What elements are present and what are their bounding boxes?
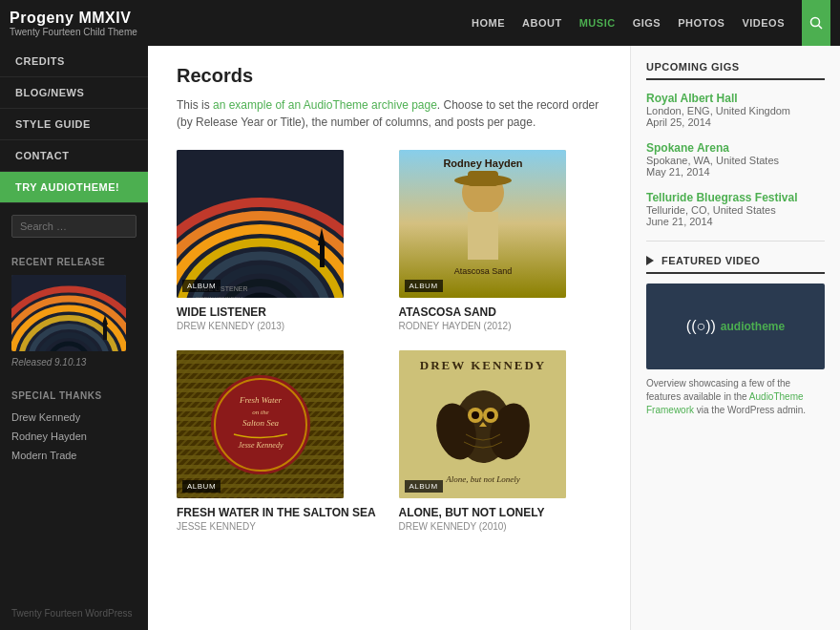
sidebar-menu: CREDITS BLOG/NEWS STYLE GUIDE CONTACT TR…	[0, 46, 148, 203]
svg-rect-34	[177, 350, 344, 354]
gig-item-telluride: Telluride Bluegrass Festival Telluride, …	[646, 191, 825, 227]
audiotheme-video-label: audiotheme	[721, 320, 785, 333]
gig-date-telluride: June 21, 2014	[646, 216, 825, 227]
record-title-fresh-water: FRESH WATER IN THE SALTON SEA	[177, 506, 380, 519]
svg-rect-36	[177, 369, 344, 373]
svg-text:DREW KENNEDY: DREW KENNEDY	[419, 358, 545, 372]
play-icon	[646, 256, 654, 265]
record-item-alone[interactable]: DREW KENNEDY	[399, 350, 602, 532]
sidebar-item-credits[interactable]: CREDITS	[0, 46, 148, 77]
album-badge-alone: ALBUM	[405, 480, 443, 493]
featured-video-label: FEATURED VIDEO	[662, 255, 760, 266]
svg-text:DREW KENNEDY: DREW KENNEDY	[196, 296, 242, 298]
alone-art: DREW KENNEDY	[399, 350, 566, 498]
recent-release-section: RECENT RELEASE	[0, 245, 148, 379]
body-area: CREDITS BLOG/NEWS STYLE GUIDE CONTACT TR…	[0, 46, 840, 630]
audiotheme-link[interactable]: an example of an AudioTheme archive page	[213, 98, 437, 112]
page-description: This is an example of an AudioTheme arch…	[177, 96, 601, 131]
search-input[interactable]	[11, 215, 136, 238]
record-artist-alone: DREW KENNEDY (2010)	[399, 521, 602, 532]
wide-listener-art: WIDE LISTENER DREW KENNEDY	[177, 150, 344, 298]
svg-rect-28	[468, 171, 498, 186]
thanks-link-modern[interactable]: Modern Trade	[11, 450, 76, 461]
record-item-wide-listener[interactable]: WIDE LISTENER DREW KENNEDY ALBUM WIDE LI…	[177, 150, 380, 331]
svg-rect-47	[177, 474, 344, 478]
svg-point-64	[472, 411, 479, 419]
svg-text:on the: on the	[252, 409, 268, 416]
svg-point-0	[811, 18, 820, 27]
right-sidebar: UPCOMING GIGS Royal Albert Hall London, …	[630, 46, 840, 630]
record-cover-alone: DREW KENNEDY	[399, 350, 566, 498]
sidebar-item-try-audiotheme[interactable]: TRY AUDIOTHEME!	[0, 172, 148, 203]
video-logo: ((○)) audiotheme	[686, 318, 785, 335]
recent-album-cover[interactable]: ALBUM	[11, 275, 126, 351]
thanks-link-drew[interactable]: Drew Kennedy	[11, 411, 80, 423]
record-cover-fresh-water: Fresh Water on the Salton Sea Jesse Kenn…	[177, 350, 344, 498]
record-cover-wide-listener: WIDE LISTENER DREW KENNEDY ALBUM	[177, 150, 344, 298]
record-artist-atascosa: RODNEY HAYDEN (2012)	[399, 321, 602, 331]
record-title-wide-listener: WIDE LISTENER	[177, 305, 380, 319]
sidebar-link-contact[interactable]: CONTACT	[0, 140, 148, 172]
gig-link-spokane[interactable]: Spokane Arena	[646, 141, 825, 155]
gig-date-royal-albert: April 25, 2014	[646, 116, 825, 128]
nav-music[interactable]: MUSIC	[579, 17, 616, 29]
top-nav: Progeny MMXIV Twenty Fourteen Child Them…	[0, 0, 840, 46]
record-item-fresh-water[interactable]: Fresh Water on the Salton Sea Jesse Kenn…	[177, 350, 380, 532]
site-title: Progeny MMXIV	[10, 10, 137, 27]
svg-rect-29	[468, 212, 498, 260]
audio-wave-icon: ((○))	[686, 318, 716, 335]
special-thanks-section: SPECIAL THANKS Drew Kennedy Rodney Hayde…	[0, 379, 148, 476]
album-badge-wide-listener: ALBUM	[182, 280, 220, 292]
sidebar-link-try-audiotheme[interactable]: TRY AUDIOTHEME!	[0, 172, 148, 203]
featured-video-title: FEATURED VIDEO	[646, 255, 825, 274]
thanks-link-item[interactable]: Rodney Hayden	[11, 428, 136, 447]
thanks-links-list: Drew Kennedy Rodney Hayden Modern Trade	[11, 409, 136, 465]
site-tagline: Twenty Fourteen Child Theme	[10, 27, 137, 37]
svg-text:Alone, but not Lonely: Alone, but not Lonely	[445, 474, 520, 484]
sidebar-link-credits[interactable]: CREDITS	[0, 46, 148, 77]
special-thanks-title: SPECIAL THANKS	[11, 390, 136, 401]
album-badge-atascosa: ALBUM	[405, 280, 443, 292]
gig-item-royal-albert: Royal Albert Hall London, ENG, United Ki…	[646, 92, 825, 128]
gigs-widget-title: UPCOMING GIGS	[646, 61, 825, 80]
svg-text:Fresh Water: Fresh Water	[239, 395, 283, 405]
nav-home[interactable]: HOME	[472, 17, 505, 29]
sidebar-item-styleguide[interactable]: STYLE GUIDE	[0, 109, 148, 140]
recent-release-title: RECENT RELEASE	[11, 257, 136, 267]
thanks-link-item[interactable]: Modern Trade	[11, 447, 136, 466]
site-title-wrap: Progeny MMXIV Twenty Fourteen Child Them…	[10, 10, 137, 37]
gig-link-telluride[interactable]: Telluride Bluegrass Festival	[646, 191, 825, 204]
record-artist-fresh-water: JESSE KENNEDY	[177, 521, 380, 532]
fresh-water-art: Fresh Water on the Salton Sea Jesse Kenn…	[177, 350, 344, 498]
gig-location-spokane: Spokane, WA, United States	[646, 155, 825, 166]
gig-location-telluride: Telluride, CO, United States	[646, 204, 825, 216]
nav-gigs[interactable]: GIGS	[633, 17, 662, 29]
video-desc-suffix: via the WordPress admin.	[694, 405, 806, 415]
sidebar-footer: Twenty Fourteen WordPress	[0, 597, 148, 630]
svg-text:Atascosa Sand: Atascosa Sand	[453, 266, 512, 276]
record-artist-wide-listener: DREW KENNEDY (2013)	[177, 321, 380, 331]
nav-search-button[interactable]	[802, 0, 830, 46]
sidebar-item-contact[interactable]: CONTACT	[0, 140, 148, 172]
nav-about[interactable]: ABOUT	[522, 17, 562, 29]
nav-videos[interactable]: VIDEOS	[742, 17, 785, 29]
thanks-link-item[interactable]: Drew Kennedy	[11, 409, 136, 428]
video-thumbnail[interactable]: ((○)) audiotheme	[646, 284, 825, 369]
record-title-alone: ALONE, BUT NOT LONELY	[399, 506, 602, 519]
album-art-svg	[11, 275, 126, 351]
svg-rect-35	[177, 360, 344, 364]
sidebar-link-styleguide[interactable]: STYLE GUIDE	[0, 109, 148, 140]
svg-line-1	[819, 26, 823, 30]
sidebar: CREDITS BLOG/NEWS STYLE GUIDE CONTACT TR…	[0, 46, 148, 630]
atascosa-art: Rodney Hayden Atascosa Sand	[399, 150, 566, 298]
search-icon	[809, 16, 823, 30]
sidebar-item-blog[interactable]: BLOG/NEWS	[0, 77, 148, 109]
main-content: Records This is an example of an AudioTh…	[148, 46, 630, 630]
thanks-link-rodney[interactable]: Rodney Hayden	[11, 430, 87, 442]
nav-photos[interactable]: PHOTOS	[678, 17, 724, 29]
record-item-atascosa[interactable]: Rodney Hayden Atascosa Sand ALBUM ATASCO…	[399, 150, 602, 331]
gig-link-royal-albert[interactable]: Royal Albert Hall	[646, 92, 825, 105]
record-title-atascosa: ATASCOSA SAND	[399, 305, 602, 319]
widget-divider	[646, 241, 825, 242]
sidebar-link-blog[interactable]: BLOG/NEWS	[0, 77, 148, 109]
